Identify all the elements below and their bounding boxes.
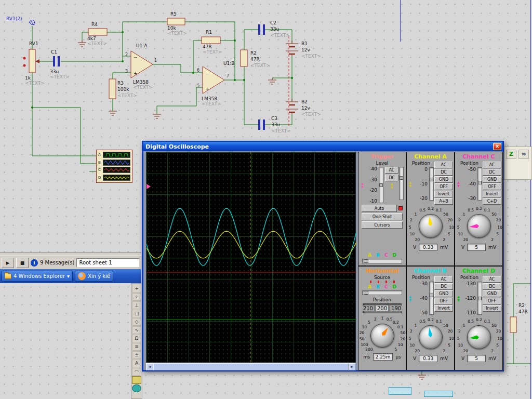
play-button[interactable]: ▶: [2, 258, 14, 268]
rotate-icon[interactable]: Z: [506, 150, 516, 159]
channel-a-knob[interactable]: [419, 214, 443, 238]
trigger-aux-slider[interactable]: [399, 167, 404, 200]
taskbar-explorer-button[interactable]: 4 Windows Explorer ▾: [2, 271, 73, 282]
channel-a-arrows[interactable]: ▲ ▼: [408, 166, 413, 202]
channel-c-ac-button[interactable]: AC: [483, 162, 501, 168]
tool-icon-terminal[interactable]: +: [132, 285, 141, 292]
trigger-ac-button[interactable]: AC: [385, 167, 398, 174]
channel-d-knob[interactable]: [467, 325, 491, 349]
source-b[interactable]: B: [376, 284, 380, 289]
tool-icon-probe[interactable]: [132, 384, 141, 392]
channel-c-knob[interactable]: [467, 214, 491, 238]
arrow-up-icon[interactable]: ▲: [360, 182, 365, 185]
channel-b-arrows[interactable]: ▲ ▼: [408, 281, 413, 316]
channel-c-dc-button[interactable]: DC: [483, 169, 501, 176]
scope-hscrollbar[interactable]: ◄ ►: [146, 363, 356, 370]
window-titlebar[interactable]: Digital Oscilloscope ×: [143, 142, 502, 151]
tool-icon-lines[interactable]: ≡: [132, 343, 141, 351]
stop-button[interactable]: ■: [16, 258, 29, 268]
channel-a-position-slider[interactable]: [429, 167, 434, 201]
channel-c-cplusd-button[interactable]: C+D: [483, 198, 501, 205]
tool-icon-omega[interactable]: Ω: [132, 335, 141, 342]
channel-a-gnd-button[interactable]: GND: [434, 176, 453, 183]
channel-c-off-button[interactable]: OFF: [483, 183, 501, 190]
channel-d-ac-button[interactable]: AC: [483, 276, 501, 283]
taskbar-firefox-button[interactable]: Xin ý kiế: [75, 271, 113, 282]
channel-c-gnd-button[interactable]: GND: [483, 176, 501, 183]
source-a[interactable]: A: [368, 252, 371, 258]
source-c[interactable]: C: [384, 252, 388, 258]
arrow-down-icon[interactable]: ▼: [456, 184, 461, 188]
message-count[interactable]: 9 Message(s): [40, 260, 74, 265]
slider-thumb[interactable]: [364, 259, 368, 263]
channel-b-knob[interactable]: [419, 325, 443, 349]
channel-c-arrows[interactable]: ▲ ▼: [456, 166, 461, 202]
trigger-source-slider[interactable]: [362, 259, 402, 263]
channel-a-aplusb-button[interactable]: A+B: [434, 198, 453, 205]
arrow-down-icon[interactable]: ▼: [385, 186, 398, 189]
channel-b-off-button[interactable]: OFF: [434, 298, 453, 304]
horizontal-knob[interactable]: [370, 324, 394, 348]
channel-a-invert-button[interactable]: Invert: [434, 191, 453, 197]
trigger-level-slider[interactable]: [379, 167, 383, 203]
tool-icon-box[interactable]: □: [132, 310, 141, 317]
horizontal-source-slider[interactable]: [362, 290, 402, 295]
channel-a-off-button[interactable]: OFF: [434, 183, 453, 190]
channel-b-dc-button[interactable]: DC: [434, 283, 453, 290]
channel-d-arrows[interactable]: ▲ ▼: [456, 281, 461, 316]
trigger-level-marker[interactable]: [147, 184, 153, 189]
scroll-left-arrow[interactable]: ◄: [146, 363, 153, 370]
tool-icon-plusminus[interactable]: ±: [132, 351, 141, 359]
tool-icon-component[interactable]: [132, 376, 141, 384]
scroll-right-arrow[interactable]: ►: [349, 363, 356, 370]
channel-b-gnd-button[interactable]: GND: [434, 290, 453, 297]
source-d[interactable]: D: [392, 252, 396, 258]
tool-icon-arc[interactable]: ◠: [132, 368, 141, 376]
oscilloscope-component[interactable]: A B C D: [96, 150, 132, 183]
source-d[interactable]: D: [392, 284, 396, 289]
slider-thumb[interactable]: [478, 181, 482, 184]
arrow-down-icon[interactable]: ▼: [408, 184, 413, 188]
arrow-up-icon[interactable]: ▲: [456, 295, 461, 298]
arrow-down-icon[interactable]: ▼: [360, 185, 365, 189]
channel-a-ac-button[interactable]: AC: [434, 162, 453, 168]
binoculars-icon[interactable]: ∞: [518, 150, 529, 159]
channel-b-position-slider[interactable]: [429, 282, 434, 315]
slider-thumb[interactable]: [478, 297, 482, 300]
arrow-up-icon[interactable]: ▲: [456, 181, 461, 184]
channel-c-position-slider[interactable]: [477, 167, 482, 201]
slider-thumb[interactable]: [364, 291, 368, 295]
one-shot-button[interactable]: One-Shot: [362, 213, 403, 220]
channel-b-invert-button[interactable]: Invert: [434, 305, 453, 312]
channel-d-gnd-button[interactable]: GND: [483, 290, 501, 297]
cursors-button[interactable]: Cursors: [362, 221, 403, 229]
tool-icon-wave[interactable]: ∿: [132, 326, 141, 334]
tool-icon-diamond[interactable]: ◇: [132, 318, 141, 326]
arrow-down-icon[interactable]: ▼: [408, 299, 413, 302]
source-a[interactable]: A: [368, 284, 371, 289]
channel-c-invert-button[interactable]: Invert: [483, 191, 501, 197]
arrow-up-icon[interactable]: ▲: [408, 181, 413, 184]
scroll-thumb[interactable]: [153, 363, 349, 370]
channel-d-dc-button[interactable]: DC: [483, 283, 501, 290]
slider-thumb[interactable]: [379, 183, 383, 187]
source-b[interactable]: B: [376, 252, 380, 258]
trigger-dc-button[interactable]: DC: [385, 175, 398, 181]
close-button[interactable]: ×: [493, 143, 501, 150]
channel-d-position-slider[interactable]: [477, 282, 482, 315]
channel-b-ac-button[interactable]: AC: [434, 276, 453, 283]
tool-icon-divide[interactable]: ÷: [132, 293, 141, 301]
root-sheet-selector[interactable]: Root sheet 1: [76, 258, 139, 267]
tool-icon-text[interactable]: A: [132, 360, 141, 367]
source-c[interactable]: C: [384, 284, 388, 289]
arrow-down-icon[interactable]: ▼: [456, 299, 461, 302]
channel-d-off-button[interactable]: OFF: [483, 298, 501, 304]
trigger-arrows[interactable]: ▲ ▼: [360, 166, 365, 204]
channel-d-invert-button[interactable]: Invert: [483, 305, 501, 312]
tool-icon-ground[interactable]: ⊥: [132, 301, 141, 309]
arrow-up-icon[interactable]: ▲: [408, 295, 413, 298]
horizontal-position-display[interactable]: 210 200 190: [363, 303, 402, 313]
slider-thumb[interactable]: [400, 176, 403, 180]
trigger-fine-arrows[interactable]: ▲ ▼: [385, 182, 398, 189]
slider-thumb[interactable]: [430, 178, 433, 181]
